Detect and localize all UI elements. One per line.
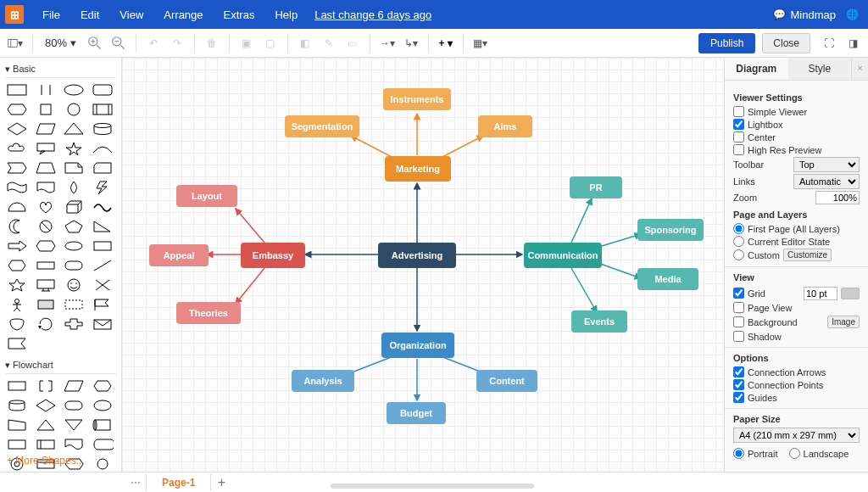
shapes-section-basic[interactable]: ▾ Basic bbox=[5, 61, 116, 78]
grid-size-input[interactable] bbox=[804, 287, 837, 300]
sidebar-toggle-button[interactable]: ▾ bbox=[5, 32, 25, 54]
node-communication[interactable]: Communication bbox=[524, 243, 602, 268]
page-tab-1[interactable]: Page-1 bbox=[146, 474, 211, 491]
grid-checkbox[interactable]: Grid bbox=[733, 288, 800, 299]
shape-process[interactable] bbox=[91, 101, 114, 118]
waypoints-button[interactable]: ↳▾ bbox=[401, 32, 421, 54]
shape-person[interactable] bbox=[5, 296, 29, 313]
shape-fc-diamond[interactable] bbox=[34, 397, 58, 414]
simple-viewer-checkbox[interactable]: Simple Viewer bbox=[733, 106, 860, 117]
current-editor-radio[interactable]: Current Editor State bbox=[733, 236, 860, 247]
shape-shield[interactable] bbox=[5, 316, 29, 333]
shape-arrowr[interactable] bbox=[5, 238, 29, 254]
shape-drop[interactable] bbox=[62, 179, 86, 196]
menu-file[interactable]: File bbox=[32, 8, 70, 21]
shape-curve[interactable] bbox=[91, 140, 114, 157]
format-panel-toggle[interactable]: ◨ bbox=[843, 32, 863, 54]
shape-cube[interactable] bbox=[62, 198, 86, 215]
shape-monitor[interactable] bbox=[34, 277, 58, 294]
menu-help[interactable]: Help bbox=[264, 8, 308, 21]
line-color-button[interactable]: ✎ bbox=[319, 32, 339, 54]
globe-icon[interactable]: 🌐 bbox=[844, 7, 860, 22]
document-title[interactable]: Mindmap bbox=[791, 8, 836, 21]
node-budget[interactable]: Budget bbox=[387, 402, 446, 424]
shape-text[interactable] bbox=[34, 81, 58, 98]
zoom-in-button[interactable] bbox=[85, 32, 105, 54]
shape-cloud[interactable] bbox=[5, 140, 29, 157]
shape-reload[interactable] bbox=[34, 316, 58, 333]
shape-fc-rect3[interactable] bbox=[34, 436, 58, 453]
shape-scribble[interactable] bbox=[91, 198, 114, 215]
add-page-button[interactable]: + bbox=[211, 475, 231, 490]
shape-fc-store[interactable] bbox=[91, 436, 114, 453]
page-view-checkbox[interactable]: Page View bbox=[733, 302, 860, 313]
node-media[interactable]: Media bbox=[637, 268, 698, 290]
shape-flag[interactable] bbox=[91, 296, 114, 313]
shape-heart[interactable] bbox=[34, 198, 58, 215]
redo-button[interactable]: ↷ bbox=[167, 32, 187, 54]
comment-icon[interactable]: 💬 bbox=[772, 7, 787, 22]
to-back-button[interactable]: ▢ bbox=[260, 32, 281, 54]
landscape-radio[interactable]: Landscape bbox=[789, 448, 849, 459]
shape-fc-circle[interactable] bbox=[91, 456, 114, 472]
connection-button[interactable]: →▾ bbox=[377, 32, 398, 54]
shape-note[interactable] bbox=[62, 159, 86, 176]
shape-fc-terminator[interactable] bbox=[62, 397, 86, 414]
shape-rtriangle[interactable] bbox=[91, 218, 114, 235]
shape-ellipse2[interactable] bbox=[62, 238, 86, 254]
center-checkbox[interactable]: Center bbox=[733, 131, 860, 143]
shape-fc-parallelogram[interactable] bbox=[62, 377, 86, 394]
customize-button[interactable]: Customize bbox=[783, 249, 832, 261]
panel-close-icon[interactable]: × bbox=[851, 58, 868, 80]
node-embassy[interactable]: Embassy bbox=[241, 243, 305, 268]
node-advertising[interactable]: Advertising bbox=[378, 243, 456, 268]
shape-fc-hex[interactable] bbox=[91, 377, 114, 394]
shape-pentagon[interactable] bbox=[62, 218, 86, 235]
shape-fc-ellipse[interactable] bbox=[91, 397, 114, 414]
shape-callout[interactable] bbox=[34, 140, 58, 157]
shape-round2[interactable] bbox=[62, 257, 86, 274]
horizontal-scrollbar[interactable] bbox=[331, 484, 534, 489]
toolbar-position-select[interactable]: Top bbox=[793, 157, 860, 172]
to-front-button[interactable]: ▣ bbox=[236, 32, 257, 54]
node-aims[interactable]: Aims bbox=[478, 115, 532, 137]
shape-halfcircle[interactable] bbox=[5, 198, 29, 215]
shape-fc-barrel[interactable] bbox=[91, 417, 114, 433]
shape-dotted[interactable] bbox=[62, 296, 86, 313]
highres-checkbox[interactable]: High Res Preview bbox=[733, 144, 860, 155]
shape-smiley[interactable] bbox=[62, 277, 86, 294]
shape-document[interactable] bbox=[34, 179, 58, 196]
delete-button[interactable]: 🗑 bbox=[202, 32, 222, 54]
shape-display[interactable] bbox=[34, 238, 58, 254]
portrait-radio[interactable]: Portrait bbox=[733, 448, 777, 459]
shape-nocircle[interactable] bbox=[34, 218, 58, 235]
zoom-dropdown[interactable]: 80% ▾ bbox=[40, 36, 81, 49]
paper-size-select[interactable]: A4 (210 mm x 297 mm) bbox=[733, 428, 860, 443]
shape-diamond[interactable] bbox=[5, 120, 29, 137]
shape-fc-manual[interactable] bbox=[5, 417, 29, 433]
shape-slash[interactable] bbox=[91, 257, 114, 274]
background-image-button[interactable]: Image bbox=[827, 316, 860, 328]
shape-hex2[interactable] bbox=[5, 257, 29, 274]
conn-arrows-checkbox[interactable]: Connection Arrows bbox=[733, 366, 860, 377]
shape-fc-invtri[interactable] bbox=[62, 417, 86, 433]
shape-circle[interactable] bbox=[62, 101, 86, 118]
shape-rect[interactable] bbox=[5, 81, 29, 98]
undo-button[interactable]: ↶ bbox=[143, 32, 164, 54]
shape-rounded[interactable] bbox=[91, 81, 114, 98]
shape-rect2[interactable] bbox=[91, 238, 114, 254]
close-button[interactable]: Close bbox=[762, 33, 810, 53]
publish-button[interactable]: Publish bbox=[698, 33, 755, 53]
shape-filled[interactable] bbox=[34, 296, 58, 313]
shape-rect3[interactable] bbox=[34, 257, 58, 274]
menu-view[interactable]: View bbox=[109, 8, 153, 21]
links-select[interactable]: Automatic bbox=[793, 174, 860, 189]
background-checkbox[interactable]: Background bbox=[733, 316, 824, 327]
tab-diagram[interactable]: Diagram bbox=[725, 58, 788, 80]
shape-triangle[interactable] bbox=[62, 120, 86, 137]
shape-mail[interactable] bbox=[91, 316, 114, 333]
shape-hexagon[interactable] bbox=[5, 101, 29, 118]
shape-x[interactable] bbox=[91, 277, 114, 294]
node-sponsoring[interactable]: Sponsoring bbox=[637, 219, 704, 241]
shape-step[interactable] bbox=[5, 159, 29, 176]
